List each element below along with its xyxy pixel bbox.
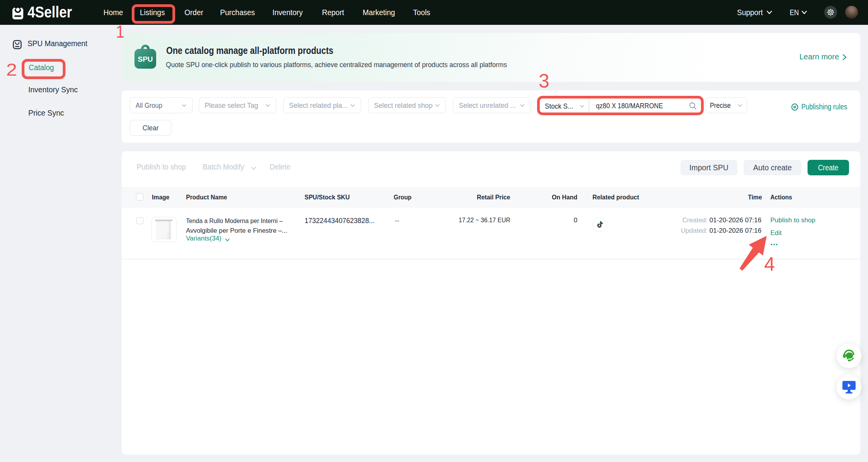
svg-text:SPU: SPU <box>138 55 153 63</box>
